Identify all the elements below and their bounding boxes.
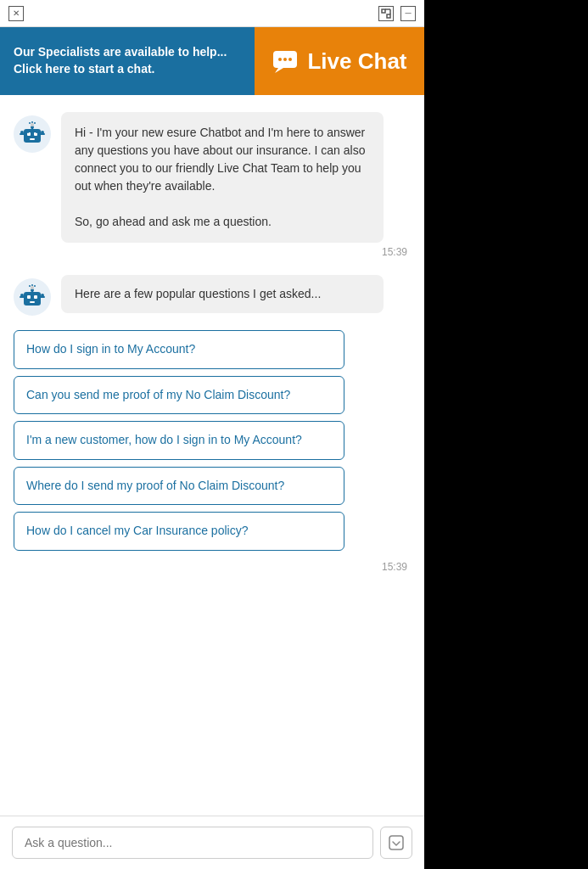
- svg-rect-0: [382, 9, 385, 13]
- svg-point-18: [20, 131, 24, 134]
- question-btn-3[interactable]: I'm a new customer, how do I sign in to …: [14, 421, 344, 460]
- svg-rect-1: [387, 14, 390, 18]
- svg-rect-13: [30, 138, 35, 140]
- minimize-icon[interactable]: ─: [400, 6, 416, 21]
- questions-block: How do I sign in to My Account? Can you …: [14, 330, 411, 558]
- message-row-1: Hi - I'm your new esure Chatbot and I'm …: [14, 112, 411, 258]
- question-btn-1[interactable]: How do I sign in to My Account?: [14, 330, 344, 369]
- svg-point-37: [31, 286, 34, 289]
- header: Our Specialists are available to help...…: [0, 27, 424, 95]
- title-bar: ✕ ─: [0, 0, 424, 27]
- message-bubble-1: Hi - I'm your new esure Chatbot and I'm …: [61, 112, 384, 243]
- svg-rect-41: [389, 836, 403, 849]
- svg-point-38: [29, 285, 31, 287]
- send-icon: [388, 834, 405, 851]
- message-time-2: 15:39: [14, 561, 411, 573]
- header-blue-section[interactable]: Our Specialists are available to help...…: [0, 27, 255, 95]
- live-chat-title: Live Chat: [307, 48, 406, 75]
- header-blue-text: Our Specialists are available to help...…: [14, 44, 227, 77]
- svg-rect-28: [27, 295, 31, 299]
- bot-avatar-2: [14, 278, 51, 316]
- title-bar-right-icons: ─: [378, 6, 416, 21]
- svg-rect-10: [24, 129, 41, 143]
- title-bar-left-icons: ✕: [8, 6, 24, 21]
- send-button[interactable]: [380, 827, 412, 859]
- svg-rect-27: [24, 292, 41, 306]
- message-text-1: Hi - I'm your new esure Chatbot and I'm …: [75, 126, 365, 228]
- svg-point-39: [31, 284, 33, 286]
- message-row-2: Here are a few popular questions I get a…: [14, 275, 411, 573]
- svg-rect-30: [30, 301, 35, 303]
- input-area: [0, 816, 424, 869]
- chat-bubble-icon: [272, 48, 299, 75]
- svg-point-35: [20, 294, 24, 297]
- question-btn-2[interactable]: Can you send me proof of my No Claim Dis…: [14, 376, 344, 415]
- svg-point-19: [41, 131, 44, 134]
- question-btn-4[interactable]: Where do I send my proof of No Claim Dis…: [14, 467, 344, 506]
- svg-point-23: [29, 122, 31, 124]
- svg-point-6: [278, 58, 282, 61]
- expand-icon[interactable]: [378, 6, 394, 21]
- svg-point-40: [34, 285, 36, 287]
- svg-marker-5: [275, 68, 283, 73]
- bot-avatar-1: [14, 115, 51, 153]
- message-bubble-2: Here are a few popular questions I get a…: [61, 275, 384, 313]
- question-input[interactable]: [12, 827, 373, 859]
- question-btn-5[interactable]: How do I cancel my Car Insurance policy?: [14, 512, 344, 551]
- svg-point-8: [288, 58, 292, 61]
- svg-rect-29: [34, 295, 37, 299]
- header-orange-section: Live Chat: [255, 27, 424, 95]
- chat-area: Hi - I'm your new esure Chatbot and I'm …: [0, 95, 424, 816]
- svg-point-21: [27, 132, 29, 133]
- message-time-1: 15:39: [61, 246, 411, 258]
- svg-point-22: [36, 132, 37, 133]
- message-text-2: Here are a few popular questions I get a…: [75, 287, 321, 300]
- svg-point-36: [41, 294, 44, 297]
- svg-point-24: [31, 121, 33, 123]
- close-icon[interactable]: ✕: [8, 6, 24, 21]
- svg-point-25: [34, 122, 36, 124]
- svg-point-20: [31, 123, 34, 126]
- svg-point-7: [283, 58, 287, 61]
